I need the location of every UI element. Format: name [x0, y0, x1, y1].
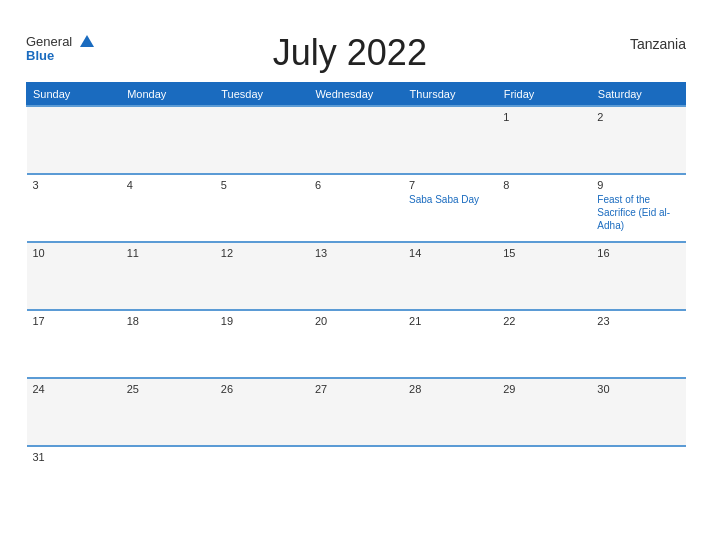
- day-number: 7: [409, 179, 491, 191]
- day-number: 16: [597, 247, 679, 259]
- day-number: 25: [127, 383, 209, 395]
- calendar-cell: 26: [215, 378, 309, 446]
- calendar-cell: 6: [309, 174, 403, 242]
- calendar-cell: [309, 106, 403, 174]
- country-label: Tanzania: [606, 32, 686, 52]
- calendar-week-row: 10111213141516: [27, 242, 686, 310]
- calendar-cell: 8: [497, 174, 591, 242]
- calendar-cell: [309, 446, 403, 514]
- calendar-week-row: 17181920212223: [27, 310, 686, 378]
- calendar-cell: 22: [497, 310, 591, 378]
- calendar-cell: [497, 446, 591, 514]
- calendar-cell: 21: [403, 310, 497, 378]
- day-number: 29: [503, 383, 585, 395]
- calendar-cell: [215, 446, 309, 514]
- calendar-cell: [591, 446, 685, 514]
- calendar-cell: 20: [309, 310, 403, 378]
- day-header-tuesday: Tuesday: [215, 82, 309, 106]
- event-label: Feast of the Sacrifice (Eid al-Adha): [597, 193, 679, 232]
- day-number: 21: [409, 315, 491, 327]
- calendar-cell: [215, 106, 309, 174]
- calendar-cell: 16: [591, 242, 685, 310]
- day-number: 1: [503, 111, 585, 123]
- day-number: 15: [503, 247, 585, 259]
- calendar-title: July 2022: [94, 32, 606, 74]
- calendar-cell: 18: [121, 310, 215, 378]
- calendar-cell: 24: [27, 378, 121, 446]
- calendar-cell: 13: [309, 242, 403, 310]
- day-number: 19: [221, 315, 303, 327]
- day-number: 4: [127, 179, 209, 191]
- calendar-week-row: 34567Saba Saba Day89Feast of the Sacrifi…: [27, 174, 686, 242]
- day-header-saturday: Saturday: [591, 82, 685, 106]
- calendar-cell: 25: [121, 378, 215, 446]
- calendar-cell: 29: [497, 378, 591, 446]
- calendar-cell: 1: [497, 106, 591, 174]
- calendar-container: General Blue July 2022 Tanzania SundayMo…: [11, 22, 701, 529]
- day-header-thursday: Thursday: [403, 82, 497, 106]
- day-number: 9: [597, 179, 679, 191]
- calendar-cell: [27, 106, 121, 174]
- day-number: 3: [33, 179, 115, 191]
- day-number: 28: [409, 383, 491, 395]
- calendar-week-row: 12: [27, 106, 686, 174]
- logo: General Blue: [26, 32, 94, 64]
- day-number: 5: [221, 179, 303, 191]
- calendar-cell: 15: [497, 242, 591, 310]
- calendar-week-row: 31: [27, 446, 686, 514]
- day-number: 17: [33, 315, 115, 327]
- day-number: 6: [315, 179, 397, 191]
- calendar-cell: 12: [215, 242, 309, 310]
- day-number: 11: [127, 247, 209, 259]
- day-number: 26: [221, 383, 303, 395]
- day-number: 8: [503, 179, 585, 191]
- calendar-cell: 7Saba Saba Day: [403, 174, 497, 242]
- calendar-cell: 11: [121, 242, 215, 310]
- day-number: 24: [33, 383, 115, 395]
- calendar-cell: 30: [591, 378, 685, 446]
- day-number: 12: [221, 247, 303, 259]
- logo-general: General: [26, 32, 94, 50]
- day-number: 2: [597, 111, 679, 123]
- calendar-cell: 2: [591, 106, 685, 174]
- day-number: 10: [33, 247, 115, 259]
- day-number: 13: [315, 247, 397, 259]
- day-number: 27: [315, 383, 397, 395]
- event-label: Saba Saba Day: [409, 193, 491, 206]
- day-number: 18: [127, 315, 209, 327]
- day-number: 20: [315, 315, 397, 327]
- day-number: 23: [597, 315, 679, 327]
- calendar-cell: [121, 446, 215, 514]
- calendar-cell: [121, 106, 215, 174]
- calendar-cell: 14: [403, 242, 497, 310]
- calendar-cell: 27: [309, 378, 403, 446]
- calendar-cell: 4: [121, 174, 215, 242]
- calendar-cell: 17: [27, 310, 121, 378]
- day-number: 31: [33, 451, 115, 463]
- logo-general-text: General: [26, 34, 72, 49]
- calendar-cell: 9Feast of the Sacrifice (Eid al-Adha): [591, 174, 685, 242]
- header: General Blue July 2022 Tanzania: [26, 32, 686, 74]
- calendar-cell: 10: [27, 242, 121, 310]
- calendar-cell: 28: [403, 378, 497, 446]
- logo-blue-text: Blue: [26, 49, 94, 63]
- day-header-sunday: Sunday: [27, 82, 121, 106]
- calendar-cell: 19: [215, 310, 309, 378]
- calendar-cell: 3: [27, 174, 121, 242]
- day-number: 14: [409, 247, 491, 259]
- calendar-cell: 5: [215, 174, 309, 242]
- logo-triangle-icon: [80, 35, 94, 47]
- calendar-cell: 23: [591, 310, 685, 378]
- calendar-cell: [403, 446, 497, 514]
- day-header-friday: Friday: [497, 82, 591, 106]
- calendar-table: SundayMondayTuesdayWednesdayThursdayFrid…: [26, 82, 686, 514]
- day-number: 22: [503, 315, 585, 327]
- calendar-cell: 31: [27, 446, 121, 514]
- calendar-week-row: 24252627282930: [27, 378, 686, 446]
- day-header-wednesday: Wednesday: [309, 82, 403, 106]
- day-header-monday: Monday: [121, 82, 215, 106]
- days-header-row: SundayMondayTuesdayWednesdayThursdayFrid…: [27, 82, 686, 106]
- day-number: 30: [597, 383, 679, 395]
- calendar-cell: [403, 106, 497, 174]
